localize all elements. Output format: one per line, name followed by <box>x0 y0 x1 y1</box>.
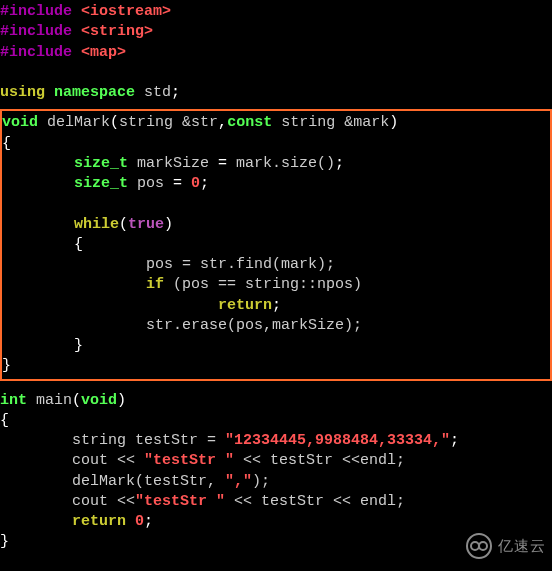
lparen: ( <box>72 392 81 409</box>
include-directive: #include <box>0 23 72 40</box>
rparen: ) <box>164 216 173 233</box>
delmark-arg: "," <box>225 473 252 490</box>
code-block: #include <iostream> #include <string> #i… <box>0 0 552 105</box>
literal-zero: 0 <box>135 513 144 530</box>
delmark-call-a: delMark(testStr, <box>72 473 225 490</box>
lbrace: { <box>74 236 83 253</box>
const-keyword: const <box>227 114 272 131</box>
void-type: void <box>2 114 38 131</box>
size-t-type: size_t <box>74 175 128 192</box>
rparen: ) <box>389 114 398 131</box>
param-mark: &mark <box>344 114 389 131</box>
param-str: &str <box>182 114 218 131</box>
std-identifier: std <box>144 84 171 101</box>
namespace-keyword: namespace <box>54 84 135 101</box>
include-directive: #include <box>0 44 72 61</box>
semicolon: ; <box>335 155 344 172</box>
semicolon: ; <box>171 84 180 101</box>
function-main: int main(void) { string testStr = "12334… <box>0 389 552 555</box>
semicolon: ; <box>272 297 281 314</box>
semicolon: ; <box>200 175 209 192</box>
header-iostream: <iostream> <box>81 3 171 20</box>
cout-line1-b: << testStr <<endl; <box>234 452 405 469</box>
delmark-call-b: ); <box>252 473 270 490</box>
teststr-literal: "12334445,9988484,33334," <box>225 432 450 449</box>
include-directive: #include <box>0 3 72 20</box>
using-keyword: using <box>0 84 45 101</box>
watermark-text: 亿速云 <box>498 536 546 556</box>
rbrace: } <box>0 533 9 550</box>
semicolon: ; <box>450 432 459 449</box>
lbrace: { <box>2 135 11 152</box>
literal-zero: 0 <box>191 175 200 192</box>
lbrace: { <box>0 412 9 429</box>
header-map: <map> <box>81 44 126 61</box>
string-type: string <box>119 114 173 131</box>
if-condition: (pos == string::npos) <box>164 276 362 293</box>
rbrace: } <box>74 337 83 354</box>
cout-line2-b: << testStr << endl; <box>225 493 405 510</box>
if-keyword: if <box>146 276 164 293</box>
eq: = <box>209 155 236 172</box>
mark-size-call: mark.size() <box>236 155 335 172</box>
highlighted-function-box: void delMark(string &str,const string &m… <box>0 109 552 380</box>
void-type: void <box>81 392 117 409</box>
string-type: string <box>281 114 335 131</box>
function-delmark: void delMark(string &str,const string &m… <box>2 111 548 378</box>
cout-str2: "testStr " <box>135 493 225 510</box>
true-literal: true <box>128 216 164 233</box>
lparen: ( <box>110 114 119 131</box>
return-keyword: return <box>218 297 272 314</box>
semicolon: ; <box>144 513 153 530</box>
erase-call: str.erase(pos,markSize); <box>146 317 362 334</box>
var-marksize: markSize <box>137 155 209 172</box>
var-pos: pos <box>137 175 164 192</box>
return-keyword: return <box>72 513 126 530</box>
size-t-type: size_t <box>74 155 128 172</box>
cout-line2-a: cout << <box>72 493 135 510</box>
lparen: ( <box>119 216 128 233</box>
eq: = <box>164 175 191 192</box>
while-keyword: while <box>74 216 119 233</box>
rbrace: } <box>2 357 11 374</box>
comma: , <box>218 114 227 131</box>
assign-find: pos = str.find(mark); <box>146 256 335 273</box>
func-name-main: main <box>36 392 72 409</box>
teststr-decl: string testStr = <box>72 432 225 449</box>
int-type: int <box>0 392 27 409</box>
cloud-icon <box>466 533 492 559</box>
func-name-delmark: delMark <box>47 114 110 131</box>
watermark: 亿速云 <box>466 533 546 559</box>
rparen: ) <box>117 392 126 409</box>
cout-line1-a: cout << <box>72 452 144 469</box>
cout-str1: "testStr " <box>144 452 234 469</box>
header-string: <string> <box>81 23 153 40</box>
